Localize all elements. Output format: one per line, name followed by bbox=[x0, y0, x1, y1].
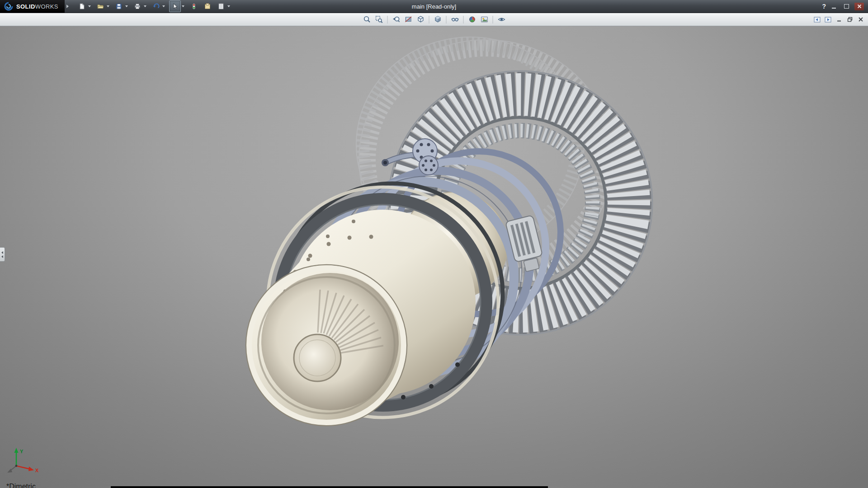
new-document-button[interactable] bbox=[76, 1, 87, 12]
property-sheet-button[interactable] bbox=[216, 1, 226, 12]
triad-x-label: X bbox=[35, 468, 39, 473]
doc-minimize-icon bbox=[836, 17, 842, 22]
section-view-icon bbox=[404, 15, 412, 23]
property-dropdown-caret-icon[interactable] bbox=[226, 1, 231, 12]
doc-restore-button[interactable] bbox=[845, 16, 854, 23]
heads-up-toolbar bbox=[362, 13, 507, 26]
doc-close-icon bbox=[858, 17, 863, 22]
titlebar-controls: ? bbox=[822, 3, 868, 10]
doc-minimize-button[interactable] bbox=[835, 16, 843, 23]
toolbar-separator bbox=[446, 16, 447, 23]
display-style-button[interactable] bbox=[433, 14, 443, 25]
main-toolbar bbox=[76, 0, 231, 12]
doc-close-button[interactable] bbox=[856, 16, 865, 23]
select-button[interactable] bbox=[169, 0, 181, 12]
titlebar: SOLIDWORKS bbox=[0, 0, 868, 13]
document-window-controls bbox=[813, 13, 865, 26]
triad-x-arrow bbox=[28, 467, 34, 471]
zoom-to-area-button[interactable] bbox=[374, 14, 384, 25]
view-settings-button[interactable] bbox=[496, 14, 507, 25]
apply-scene-icon bbox=[480, 15, 488, 23]
toolbar-separator bbox=[493, 16, 493, 23]
doc-restore-icon bbox=[847, 17, 853, 22]
panel-arrow-right-icon bbox=[825, 17, 831, 23]
app-restore-button[interactable] bbox=[842, 3, 851, 10]
drive-shaft bbox=[294, 334, 341, 381]
undo-button[interactable] bbox=[151, 1, 161, 12]
engine-model[interactable] bbox=[0, 26, 868, 488]
select-dropdown-caret-icon[interactable] bbox=[181, 1, 186, 12]
triad-y-label: Y bbox=[20, 449, 24, 454]
previous-window-button[interactable] bbox=[813, 16, 821, 23]
open-dropdown-caret-icon[interactable] bbox=[106, 1, 111, 12]
save-dropdown-caret-icon[interactable] bbox=[124, 1, 129, 12]
display-style-icon bbox=[434, 15, 442, 23]
undo-icon bbox=[152, 3, 160, 10]
help-icon[interactable]: ? bbox=[822, 3, 826, 10]
toolbar-separator bbox=[429, 16, 429, 23]
3ds-logo-icon bbox=[4, 2, 13, 11]
graphics-area[interactable]: Y X *Dimetric bbox=[0, 26, 868, 488]
taskbar-hint[interactable] bbox=[111, 486, 548, 488]
edit-appearance-button[interactable] bbox=[467, 14, 477, 25]
previous-view-icon bbox=[392, 15, 400, 23]
view-orientation-button[interactable] bbox=[415, 14, 426, 25]
new-document-icon bbox=[78, 3, 85, 10]
solidworks-window: SOLIDWORKS bbox=[0, 0, 868, 488]
toolbar-separator bbox=[387, 16, 388, 23]
feature-panel-collapse-tab[interactable] bbox=[0, 247, 5, 262]
save-button[interactable] bbox=[113, 1, 124, 12]
app-close-button[interactable] bbox=[854, 3, 864, 10]
print-button[interactable] bbox=[132, 1, 143, 12]
reference-triad: Y X bbox=[4, 446, 42, 475]
view-orientation-label: *Dimetric bbox=[6, 483, 36, 488]
options-box-icon bbox=[204, 3, 211, 10]
hide-show-items-button[interactable] bbox=[450, 14, 460, 25]
heads-up-bar bbox=[0, 13, 868, 26]
triad-y-arrow bbox=[14, 448, 19, 453]
brand-name: SOLIDWORKS bbox=[16, 3, 58, 10]
app-minimize-button[interactable] bbox=[829, 3, 839, 10]
view-settings-icon bbox=[497, 15, 505, 23]
minimize-icon bbox=[832, 8, 836, 9]
print-dropdown-caret-icon[interactable] bbox=[143, 1, 148, 12]
zoom-to-fit-button[interactable] bbox=[362, 14, 372, 25]
color-swatch-button[interactable] bbox=[189, 1, 199, 12]
color-swatch-icon bbox=[190, 3, 198, 10]
print-icon bbox=[134, 3, 141, 10]
toolbar-separator bbox=[463, 16, 464, 23]
close-icon bbox=[857, 4, 862, 9]
next-window-button[interactable] bbox=[824, 16, 832, 23]
open-folder-icon bbox=[97, 3, 104, 10]
zoom-to-area-icon bbox=[375, 15, 383, 23]
document-title: main [Read-only] bbox=[412, 0, 456, 13]
options-box-button[interactable] bbox=[202, 1, 213, 12]
save-icon bbox=[115, 3, 123, 10]
apply-scene-button[interactable] bbox=[479, 14, 490, 25]
edit-appearance-icon bbox=[468, 15, 476, 23]
section-view-button[interactable] bbox=[403, 14, 414, 25]
hide-show-items-icon bbox=[451, 15, 459, 23]
panel-arrow-left-icon bbox=[814, 17, 821, 23]
view-orientation-icon bbox=[416, 15, 425, 23]
solidworks-brand: SOLIDWORKS bbox=[0, 0, 65, 13]
zoom-to-fit-icon bbox=[363, 15, 371, 23]
menu-expand-icon[interactable] bbox=[65, 0, 71, 13]
property-sheet-icon bbox=[217, 3, 225, 10]
previous-view-button[interactable] bbox=[391, 14, 401, 25]
restore-icon bbox=[844, 4, 849, 9]
undo-dropdown-caret-icon[interactable] bbox=[161, 1, 166, 12]
select-cursor-icon bbox=[171, 3, 179, 10]
nose-cone bbox=[246, 265, 407, 426]
open-button[interactable] bbox=[95, 1, 106, 12]
new-dropdown-caret-icon[interactable] bbox=[87, 1, 92, 12]
